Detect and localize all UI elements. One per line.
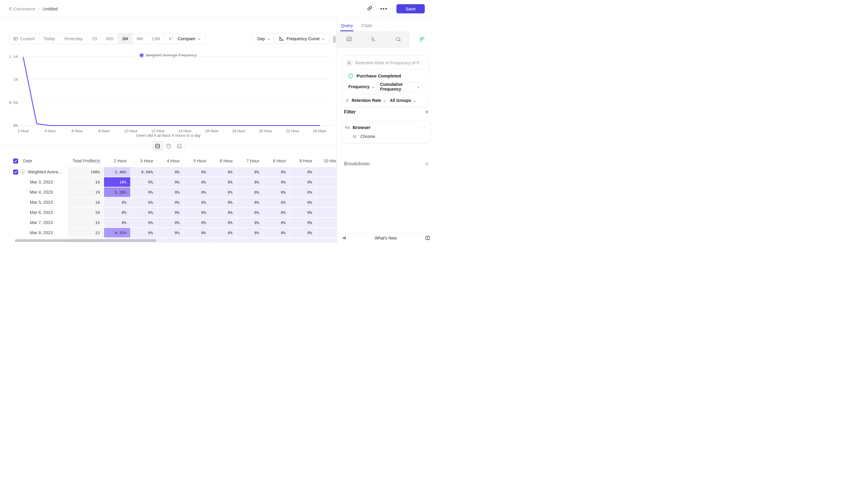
cell-value[interactable]: 0% <box>130 197 157 207</box>
filter-operator[interactable]: Is <box>353 134 356 139</box>
cell-value[interactable]: 0% <box>237 228 263 238</box>
cell-value[interactable]: 0% <box>263 197 290 207</box>
cell-value[interactable]: 0% <box>157 177 184 187</box>
cell-value[interactable]: 0% <box>157 187 184 197</box>
chart-mode-dropdown[interactable]: Frequency Curve ⌄ <box>274 33 330 44</box>
cell-value[interactable]: 0% <box>237 167 263 177</box>
layout-table-view-button[interactable] <box>174 141 185 151</box>
measure-value-dropdown[interactable]: Cumulative Frequency ⌄ <box>377 82 423 91</box>
range-3m[interactable]: 3M <box>118 33 132 44</box>
range-12m[interactable]: 12M <box>147 33 164 44</box>
cell-value[interactable]: 0% <box>210 197 237 207</box>
cell-value[interactable] <box>263 238 290 243</box>
aggregation-dropdown[interactable]: Retention Rate ⌄ <box>351 98 386 103</box>
filter-property[interactable]: Browser <box>352 125 419 130</box>
cell-value[interactable]: 0% <box>184 177 210 187</box>
range-6m[interactable]: 6M <box>132 33 147 44</box>
cell-value[interactable]: 0% <box>184 197 210 207</box>
compare-button[interactable]: Compare ⌄ <box>173 33 206 44</box>
column-header-5-hour[interactable]: 5 Hour <box>184 155 210 167</box>
cell-value[interactable]: 0% <box>263 218 290 228</box>
column-header-7-hour[interactable]: 7 Hour <box>237 155 263 167</box>
frequency-curve-line[interactable] <box>23 58 319 126</box>
event-picker[interactable]: Purchase Completed <box>348 72 423 82</box>
cell-value[interactable]: 0% <box>157 197 184 207</box>
cell-value[interactable]: 0% <box>184 218 210 228</box>
tab-query[interactable]: Query <box>341 23 353 31</box>
cell-value[interactable] <box>316 187 337 197</box>
granularity-dropdown[interactable]: Day ⌄ <box>252 33 275 44</box>
cell-value[interactable]: 0% <box>210 187 237 197</box>
cell-value[interactable]: 0% <box>130 187 157 197</box>
column-header-4-hour[interactable]: 4 Hour <box>157 155 184 167</box>
cell-value[interactable]: 0% <box>237 207 263 218</box>
chart-type-frequency[interactable] <box>410 31 434 48</box>
cell-value[interactable]: 0% <box>210 207 237 218</box>
cell-value[interactable]: 0% <box>290 218 316 228</box>
cell-value[interactable]: 0% <box>130 218 157 228</box>
column-header-2-hour[interactable]: 2 Hour <box>104 155 130 167</box>
column-header-total-profile-s-[interactable]: Total Profile(s) <box>68 155 104 167</box>
more-options-button[interactable]: ••• <box>379 4 389 14</box>
vertical-scrollbar[interactable] <box>333 36 336 43</box>
cell-value[interactable]: 5.26% <box>104 187 130 197</box>
cell-value[interactable]: 0% <box>263 177 290 187</box>
cell-value[interactable]: 0% <box>157 207 184 218</box>
row-checkbox[interactable] <box>13 169 18 174</box>
cell-value[interactable]: 0% <box>210 167 237 177</box>
groups-dropdown[interactable]: All Groups ⌄ <box>389 98 417 103</box>
cell-value[interactable]: 0% <box>290 228 316 238</box>
add-breakdown-button[interactable]: + <box>425 161 429 167</box>
range-today[interactable]: Today <box>39 33 59 44</box>
chart-type-bar[interactable] <box>361 31 386 48</box>
range-custom[interactable]: Custom <box>9 33 39 44</box>
cell-value[interactable]: 0% <box>263 207 290 218</box>
cell-value[interactable] <box>316 228 337 238</box>
cell-value[interactable]: 0% <box>290 197 316 207</box>
panel-toggle-icon[interactable] <box>425 235 430 240</box>
cell-value[interactable]: 0% <box>263 228 290 238</box>
cell-value[interactable]: 0% <box>104 207 130 218</box>
cell-value[interactable]: 1.48% <box>104 167 130 177</box>
chart-type-flow[interactable] <box>386 31 410 48</box>
cell-value[interactable]: 0% <box>210 228 237 238</box>
cell-value[interactable] <box>316 167 337 177</box>
cell-value[interactable] <box>210 238 237 243</box>
cell-value[interactable]: 0% <box>263 187 290 197</box>
cell-value[interactable]: 4.55% <box>104 228 130 238</box>
cell-value[interactable]: 0% <box>104 218 130 228</box>
measure-dropdown[interactable]: Frequency ⌄ <box>348 84 375 89</box>
cell-value[interactable] <box>316 177 337 187</box>
column-header-9-hour[interactable]: 9 Hour <box>290 155 316 167</box>
query-series-card[interactable]: A Retention Rate of Frequency of P... Pu… <box>342 56 429 107</box>
cell-value[interactable] <box>316 197 337 207</box>
frequency-curve-chart[interactable]: 0%0.5%1%1.5%2 Hour4 Hour6 Hour8 Hour10 H… <box>0 56 337 137</box>
cell-value[interactable]: 0% <box>157 228 184 238</box>
cell-value[interactable]: 0% <box>263 167 290 177</box>
range-7d[interactable]: 7D <box>87 33 101 44</box>
breadcrumb-project[interactable]: E-Commerce <box>9 6 35 11</box>
cell-value[interactable] <box>316 207 337 218</box>
column-header-8-hour[interactable]: 8 Hour <box>263 155 290 167</box>
cell-value[interactable]: 0% <box>184 207 210 218</box>
cell-value[interactable]: 0% <box>237 197 263 207</box>
cell-value[interactable]: 0% <box>157 218 184 228</box>
kebab-menu-icon[interactable]: ⋮ <box>422 126 427 128</box>
copy-link-button[interactable] <box>365 4 375 14</box>
horizontal-scrollbar[interactable] <box>15 239 156 242</box>
add-filter-button[interactable]: + <box>425 109 429 115</box>
cell-value[interactable]: 10% <box>104 177 130 187</box>
range-30d[interactable]: 30D <box>101 33 118 44</box>
layout-split-view-button[interactable] <box>152 141 163 151</box>
cell-value[interactable]: 0% <box>290 187 316 197</box>
cell-value[interactable]: 0% <box>157 167 184 177</box>
cell-value[interactable] <box>237 238 263 243</box>
cell-value[interactable] <box>290 238 316 243</box>
column-header-3-hour[interactable]: 3 Hour <box>130 155 157 167</box>
cell-value[interactable]: 0% <box>237 218 263 228</box>
cell-value[interactable] <box>316 218 337 228</box>
filter-card[interactable]: Aa Browser ⋮ Is Chrome <box>341 121 430 143</box>
expand-row-button[interactable]: ⌄ <box>20 169 26 175</box>
cell-value[interactable]: 0% <box>130 207 157 218</box>
column-header-6-hour[interactable]: 6 Hour <box>210 155 237 167</box>
